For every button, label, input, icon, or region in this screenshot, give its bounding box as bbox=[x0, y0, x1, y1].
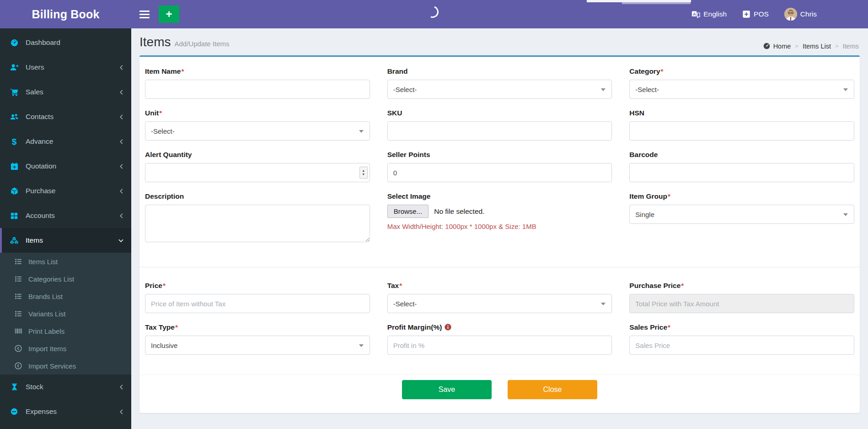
sidebar-item-label: Items bbox=[26, 236, 43, 244]
quick-add-button[interactable]: + bbox=[159, 5, 179, 23]
field-category: Category* -Select- bbox=[629, 67, 854, 99]
unit-select[interactable]: -Select- bbox=[145, 121, 370, 141]
tax-type-label: Tax Type* bbox=[145, 323, 370, 331]
field-item-name: Item Name* bbox=[145, 67, 370, 99]
chevron-left-icon bbox=[119, 384, 124, 390]
sidebar-item-dashboard[interactable]: Dashboard bbox=[0, 30, 131, 55]
save-button[interactable]: Save bbox=[402, 380, 492, 399]
item-name-label: Item Name* bbox=[145, 67, 370, 76]
field-price: Price* bbox=[145, 281, 370, 313]
sidebar-item-items[interactable]: Items bbox=[0, 228, 131, 253]
barcode-input[interactable] bbox=[629, 163, 854, 182]
sales-price-input[interactable] bbox=[629, 336, 854, 355]
grid-icon bbox=[9, 212, 19, 220]
cube-icon bbox=[9, 187, 19, 195]
app-brand: Billing Book bbox=[0, 0, 131, 28]
price-label: Price* bbox=[145, 281, 370, 290]
sidebar-item-advance[interactable]: $ Advance bbox=[0, 129, 131, 154]
hsn-input[interactable] bbox=[629, 121, 854, 141]
sidebar-subitem-label: Import Services bbox=[28, 362, 76, 370]
description-textarea[interactable] bbox=[145, 205, 370, 242]
sidebar-subitem-import-items[interactable]: Import Items bbox=[0, 340, 131, 357]
tax-type-select[interactable]: Inclusive bbox=[145, 336, 370, 355]
chevron-left-icon bbox=[119, 213, 124, 219]
sidebar-subitem-label: Print Labels bbox=[28, 327, 64, 335]
breadcrumb-separator: > bbox=[835, 43, 839, 49]
purchase-price-input[interactable] bbox=[629, 294, 854, 313]
sidebar-subitem-items-list[interactable]: Items List bbox=[0, 253, 131, 270]
import-icon bbox=[14, 362, 23, 370]
page-title: ItemsAdd/Update Items bbox=[139, 35, 230, 49]
sidebar-item-users[interactable]: Users bbox=[0, 55, 131, 80]
sku-input[interactable] bbox=[387, 121, 612, 141]
chevron-down-icon bbox=[359, 344, 364, 347]
seller-points-input[interactable] bbox=[387, 163, 612, 182]
field-hsn: HSN bbox=[629, 109, 854, 141]
sidebar-subitem-brands-list[interactable]: Brands List bbox=[0, 288, 131, 305]
item-group-label: Item Group* bbox=[629, 192, 854, 201]
field-sales-price: Sales Price* bbox=[629, 323, 854, 355]
profit-margin-input[interactable] bbox=[387, 336, 612, 355]
sidebar-item-expenses[interactable]: Expenses bbox=[0, 399, 131, 424]
list-icon bbox=[14, 310, 23, 318]
category-select[interactable]: -Select- bbox=[629, 80, 854, 99]
breadcrumb-separator: > bbox=[795, 43, 798, 49]
sidebar-item-label: Expenses bbox=[26, 407, 57, 416]
item-group-select[interactable]: Single bbox=[629, 205, 854, 224]
price-input[interactable] bbox=[145, 294, 370, 313]
alert-quantity-input[interactable] bbox=[145, 163, 370, 182]
category-label: Category* bbox=[629, 67, 854, 76]
sidebar-item-purchase[interactable]: Purchase bbox=[0, 179, 131, 203]
chevron-down-icon bbox=[601, 303, 605, 305]
sidebar-item-label: Advance bbox=[26, 137, 53, 146]
section-divider bbox=[139, 267, 860, 267]
sidebar-item-contacts[interactable]: Contacts bbox=[0, 104, 131, 129]
sidebar-subitem-print-labels[interactable]: Print Labels bbox=[0, 322, 131, 340]
sidebar-subitem-categories-list[interactable]: Categories List bbox=[0, 270, 131, 288]
top-navbar: Billing Book + A English POS bbox=[0, 0, 868, 28]
chevron-left-icon bbox=[119, 163, 124, 169]
sidebar-item-stock[interactable]: Stock bbox=[0, 375, 131, 399]
unit-label: Unit* bbox=[145, 109, 370, 117]
sidebar-item-quotation[interactable]: Quotation bbox=[0, 154, 131, 179]
info-icon bbox=[444, 323, 452, 331]
sidebar-subitem-label: Items List bbox=[28, 258, 58, 266]
item-name-input[interactable] bbox=[145, 80, 370, 99]
sidebar-item-label: Accounts bbox=[26, 212, 55, 220]
field-tax-type: Tax Type* Inclusive bbox=[145, 323, 370, 355]
svg-text:A: A bbox=[693, 11, 696, 16]
sidebar-subitem-label: Variants List bbox=[28, 310, 65, 318]
sidebar: Dashboard Users Sales bbox=[0, 28, 131, 429]
list-icon bbox=[14, 292, 23, 300]
main-content: ItemsAdd/Update Items Home > Items List … bbox=[131, 28, 868, 429]
calendar-plus-icon bbox=[9, 162, 19, 171]
field-seller-points: Seller Points bbox=[387, 150, 612, 182]
description-label: Description bbox=[145, 192, 370, 201]
chevron-down-icon bbox=[601, 88, 605, 91]
sidebar-toggle-icon[interactable] bbox=[139, 11, 150, 18]
field-purchase-price: Purchase Price* bbox=[629, 281, 854, 313]
number-stepper[interactable]: ▲▼ bbox=[359, 167, 368, 179]
sidebar-item-sales[interactable]: Sales bbox=[0, 80, 131, 104]
sidebar-subitem-import-services[interactable]: Import Services bbox=[0, 357, 131, 375]
dashboard-icon bbox=[763, 42, 771, 50]
user-menu[interactable]: Chris bbox=[784, 8, 817, 21]
pos-menu[interactable]: POS bbox=[742, 10, 769, 18]
sidebar-item-accounts[interactable]: Accounts bbox=[0, 203, 131, 228]
browse-button[interactable]: Browse... bbox=[387, 205, 429, 218]
tax-select[interactable]: -Select- bbox=[387, 294, 612, 313]
sidebar-subitem-variants-list[interactable]: Variants List bbox=[0, 305, 131, 322]
plus-square-icon bbox=[742, 10, 750, 18]
language-menu[interactable]: A English bbox=[691, 10, 727, 19]
barcode-label: Barcode bbox=[629, 150, 854, 159]
breadcrumb-items-list[interactable]: Items List bbox=[803, 43, 831, 50]
field-item-group: Item Group* Single bbox=[629, 192, 854, 244]
close-button[interactable]: Close bbox=[508, 380, 597, 399]
brand-select[interactable]: -Select- bbox=[387, 80, 612, 99]
page-subtitle: Add/Update Items bbox=[174, 40, 229, 48]
field-select-image: Select Image Browse... No file selected.… bbox=[387, 192, 612, 244]
items-submenu: Items List Categories List Brands List V… bbox=[0, 253, 131, 375]
breadcrumb-home[interactable]: Home bbox=[763, 42, 791, 50]
barcode-icon bbox=[14, 327, 23, 335]
tax-label: Tax* bbox=[387, 281, 612, 290]
